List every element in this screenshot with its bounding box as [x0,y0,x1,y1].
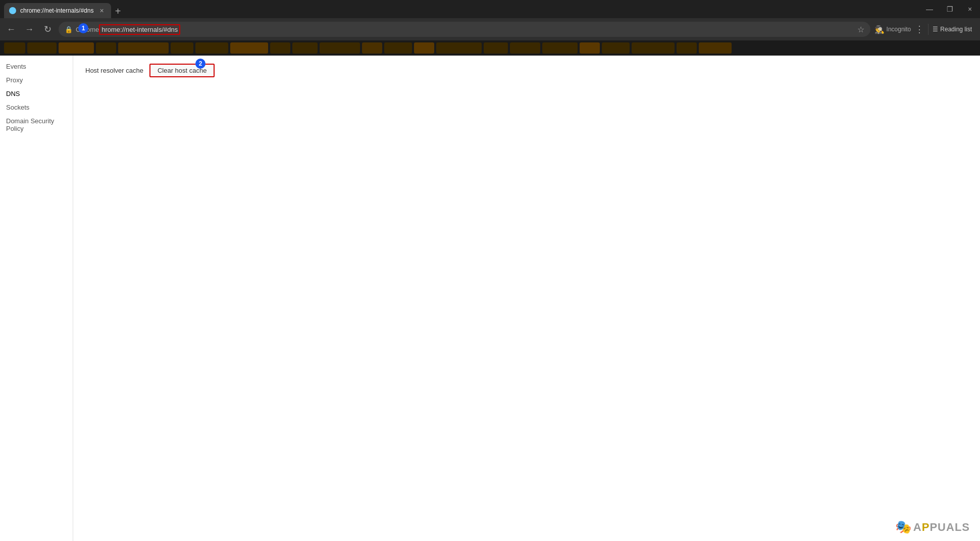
bookmark-item[interactable] [195,42,228,54]
incognito-button[interactable]: 🕵 Incognito [874,25,911,34]
bookmark-item[interactable] [580,42,600,54]
sidebar: Events Proxy DNS Sockets Domain Security… [0,56,73,541]
sidebar-item-proxy[interactable]: Proxy [0,73,73,87]
bookmark-item[interactable] [510,42,540,54]
bookmark-item[interactable] [414,42,434,54]
incognito-icon: 🕵 [874,25,885,34]
bookmark-item[interactable] [118,42,169,54]
bookmark-item[interactable] [4,42,25,54]
back-button[interactable]: ← [4,22,18,36]
sidebar-item-domain-security-policy[interactable]: Domain Security Policy [0,114,73,135]
tab-close-button[interactable]: × [97,6,106,16]
watermark: 🎭 APPUALS [895,519,970,535]
window-controls: — ❐ × [923,3,976,15]
security-icon: 🔒 [65,26,73,33]
bookmark-item[interactable] [384,42,412,54]
address-text: Chromehrome://net-internals/#dns [76,26,852,33]
tab-favicon [9,7,16,14]
reading-list-button[interactable]: ☰ Reading list [928,24,976,35]
sidebar-item-sockets[interactable]: Sockets [0,101,73,114]
main-panel: Host resolver cache 2 Clear host cache 🎭… [73,56,980,541]
close-button[interactable]: × [964,3,976,15]
bookmark-item[interactable] [59,42,94,54]
addressbar-row: 1 ← → ↻ 🔒 Chromehrome://net-internals/#d… [0,18,980,40]
incognito-label: Incognito [887,26,911,33]
bookmark-item[interactable] [436,42,482,54]
bookmark-item[interactable] [542,42,578,54]
bookmark-item[interactable] [699,42,732,54]
bookmark-star-icon[interactable]: ☆ [857,25,864,34]
bookmark-item[interactable] [632,42,675,54]
reading-list-label: Reading list [940,26,972,33]
host-resolver-label: Host resolver cache [85,67,143,74]
bookmark-item[interactable] [484,42,508,54]
more-options-button[interactable]: ⋮ [915,24,924,35]
active-tab[interactable]: chrome://net-internals/#dns × [4,3,111,18]
annotation-circle-2: 2 [195,59,205,69]
url-highlighted: hrome://net-internals/#dns [99,24,180,35]
bookmark-item[interactable] [270,42,290,54]
bookmark-item[interactable] [27,42,57,54]
forward-button[interactable]: → [22,22,36,36]
tab-area: chrome://net-internals/#dns × + [4,0,919,18]
bookmark-item[interactable] [171,42,193,54]
bookmark-item[interactable] [96,42,116,54]
bookmark-item[interactable] [320,42,360,54]
watermark-text: APPUALS [913,521,970,534]
titlebar: chrome://net-internals/#dns × + — ❐ × [0,0,980,18]
bookmark-item[interactable] [602,42,630,54]
watermark-icon: 🎭 [895,519,911,535]
dns-row: Host resolver cache 2 Clear host cache [85,64,968,77]
bookmark-item[interactable] [230,42,268,54]
tab-title: chrome://net-internals/#dns [20,7,93,14]
sidebar-item-events[interactable]: Events [0,60,73,73]
content-area: Events Proxy DNS Sockets Domain Security… [0,56,980,541]
new-tab-button[interactable]: + [111,4,125,18]
bookmarks-bar [0,40,980,56]
reading-list-icon: ☰ [933,26,938,33]
minimize-button[interactable]: — [923,3,936,15]
address-bar[interactable]: 🔒 Chromehrome://net-internals/#dns ☆ [59,22,870,37]
sidebar-item-dns[interactable]: DNS [0,87,73,101]
restore-button[interactable]: ❐ [944,3,956,15]
reload-button[interactable]: ↻ [40,22,55,36]
address-right-controls: 🕵 Incognito ⋮ ☰ Reading list [874,24,976,35]
annotation-circle-1: 1 [78,23,88,33]
bookmark-item[interactable] [292,42,318,54]
bookmark-item[interactable] [677,42,697,54]
bookmark-item[interactable] [362,42,382,54]
